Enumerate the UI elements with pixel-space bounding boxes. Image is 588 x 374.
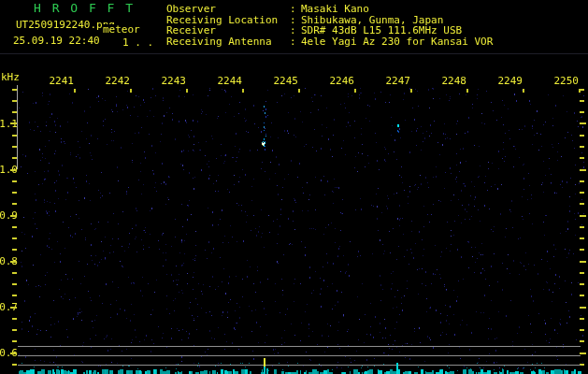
freq-tick-mark [12,237,17,239]
spectrogram-noise-canvas [0,0,588,374]
hrofft-window: H R O F F T UT2509192240.png meteor 25.0… [0,0,588,374]
meta-label: Receiving Antenna [166,36,290,48]
time-tick-label: 2244 [214,76,242,87]
meta-label: Receiver [166,25,290,36]
freq-tick-mark [580,307,586,309]
freq-tick-mark [580,169,586,171]
freq-axis-unit: kHz [1,72,20,83]
freq-tick-mark [580,146,584,148]
freq-tick-mark [580,261,586,263]
output-filename: UT2509192240.png [16,20,115,31]
meta-value: Masaki Kano [301,4,369,15]
echo-pixel [264,130,265,131]
time-tick-mark [354,89,356,93]
time-tick-label: 2246 [326,76,354,87]
freq-tick-mark [580,249,584,251]
freq-tick-mark [580,295,584,296]
freq-tick-mark [12,249,17,251]
time-tick-mark [523,89,524,93]
freq-tick-mark [580,215,586,217]
meta-row-antenna: Receiving Antenna:4ele Yagi Az 230 for K… [166,36,493,48]
echo-pixel [265,116,266,118]
station-name: meteor [103,24,142,36]
time-tick-label: 2250 [551,76,579,87]
echo-pixel [264,146,265,147]
echo-pixel [265,112,265,114]
time-tick-mark [410,89,412,93]
freq-tick-mark [580,157,584,159]
echo-pixel [265,146,265,147]
freq-tick-mark [12,329,17,331]
meta-row-receiver: Receiver:SDR# 43dB L15 111.6MHz USB [166,25,493,36]
time-tick-label: 2247 [382,76,410,87]
echo-pixel [265,149,265,151]
freq-tick-mark [580,135,584,137]
freq-tick-mark [580,318,584,320]
freq-tick-mark [580,111,584,113]
freq-tick-mark [10,215,17,217]
time-tick-mark [74,89,76,93]
observation-metadata: Observer:Masaki Kano Receiving Location:… [166,4,493,47]
meta-label: Observer [166,4,290,15]
time-tick-label: 2242 [102,76,130,87]
freq-tick-mark [10,307,17,309]
freq-tick-mark [580,283,584,285]
level-gridline [18,365,581,366]
meta-value: 4ele Yagi Az 230 for Kansai VOR [301,36,493,48]
time-tick-label: 2248 [438,76,466,87]
freq-tick-mark [12,318,17,320]
meta-separator: : [290,36,301,48]
echo-pixel [265,136,266,137]
time-tick-mark [242,89,244,93]
time-tick-mark [298,89,300,93]
freq-tick-mark [580,89,584,91]
freq-tick-mark [580,192,584,194]
freq-tick-mark [580,272,584,274]
time-tick-mark [466,89,468,93]
level-spike-bar [262,369,263,374]
freq-tick-mark [580,237,584,239]
echo-pixel [264,139,265,140]
meta-row-observer: Observer:Masaki Kano [166,4,493,15]
freq-tick-mark [580,340,584,342]
meta-separator: : [290,4,301,15]
app-title: H R O F F T [34,3,135,14]
level-gridline [18,355,581,356]
level-spike-bar [264,358,265,367]
echo-pixel [264,126,265,128]
time-tick-label: 2243 [158,76,186,87]
freq-tick-mark [12,272,17,274]
echo-pixel [264,106,265,108]
echo-pixel [265,143,265,144]
freq-tick-mark [12,283,17,285]
freq-tick-mark [12,364,17,366]
freq-tick-mark [580,122,586,124]
freq-tick-mark [12,340,17,342]
time-tick-mark [186,89,188,93]
echo-pixel [265,108,266,110]
time-tick-label: 2241 [46,76,74,87]
freq-tick-mark [580,203,584,205]
freq-tick-mark [12,203,17,205]
level-spike-bar [264,367,265,374]
freq-tick-mark [12,192,17,194]
echo-pixel [398,131,399,133]
freq-tick-mark [12,295,17,296]
echo-pixel [397,125,398,127]
freq-tick-mark [580,226,584,228]
time-tick-label: 2249 [495,76,523,87]
freq-tick-mark [580,100,584,102]
freq-tick-mark [580,352,586,354]
level-spike-bar [266,368,268,374]
plot-left-edge-line [17,85,18,169]
freq-tick-mark [10,261,17,263]
freq-tick-mark [10,122,17,124]
frame-counter: 1 . . [122,37,153,49]
freq-tick-mark [580,329,584,331]
echo-pixel [265,134,266,135]
freq-tick-mark [10,169,17,171]
freq-tick-mark [12,226,17,228]
freq-tick-mark [580,180,584,182]
level-gridline [18,346,581,347]
header-divider [0,53,588,54]
